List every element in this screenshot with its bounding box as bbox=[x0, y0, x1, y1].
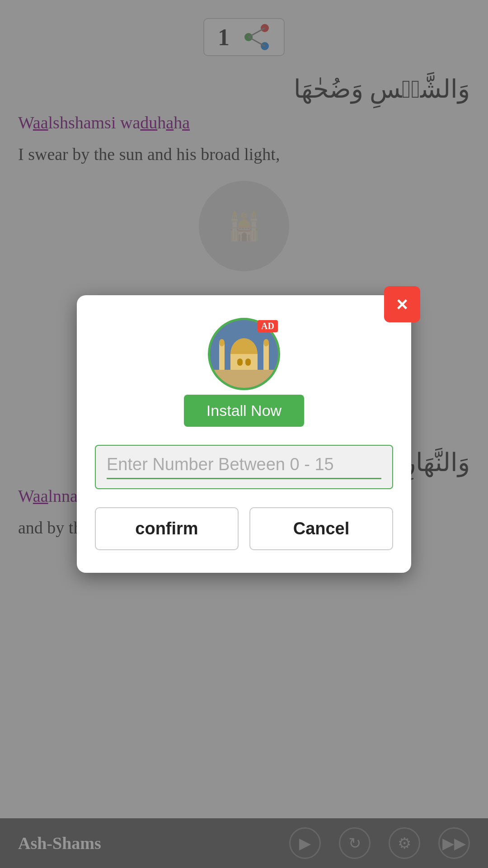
number-input[interactable] bbox=[107, 455, 381, 479]
dialog-box: × bbox=[77, 295, 411, 573]
svg-rect-6 bbox=[210, 370, 278, 388]
dialog-overlay: × bbox=[0, 0, 488, 868]
button-row: confirm Cancel bbox=[95, 507, 393, 550]
svg-rect-8 bbox=[230, 354, 258, 370]
svg-rect-13 bbox=[237, 359, 243, 366]
ad-badge: AD bbox=[258, 320, 278, 332]
svg-point-10 bbox=[219, 339, 225, 346]
svg-point-12 bbox=[263, 339, 269, 346]
svg-rect-9 bbox=[219, 343, 225, 370]
svg-rect-11 bbox=[263, 343, 269, 370]
confirm-button[interactable]: confirm bbox=[95, 507, 239, 550]
close-button[interactable]: × bbox=[384, 286, 420, 322]
ad-icon-container: AD bbox=[208, 318, 280, 390]
cancel-button[interactable]: Cancel bbox=[249, 507, 393, 550]
svg-rect-14 bbox=[245, 359, 251, 366]
close-icon: × bbox=[396, 293, 408, 316]
ad-area: AD Install Now bbox=[95, 318, 393, 427]
install-now-button[interactable]: Install Now bbox=[184, 395, 304, 427]
input-container bbox=[95, 445, 393, 489]
